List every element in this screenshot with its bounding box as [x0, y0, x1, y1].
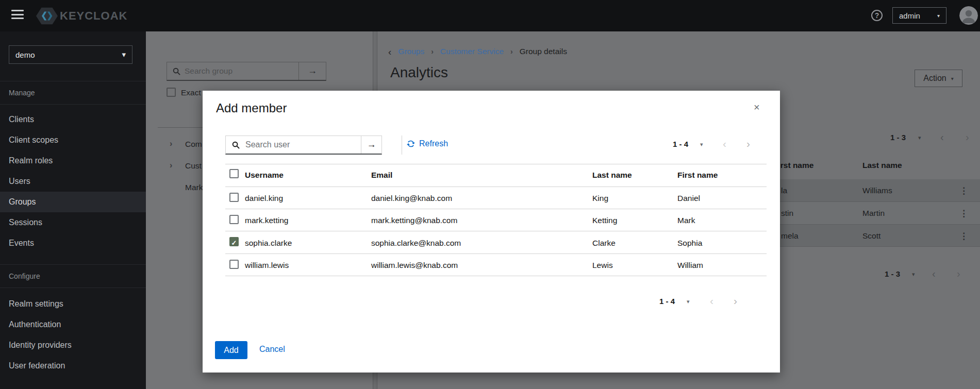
pagination-options-caret-icon[interactable]: ▾ [700, 141, 703, 148]
cell-last-name: Clarke [592, 239, 616, 248]
exact-search-label: Exact [181, 88, 201, 97]
cell-first-name: William [677, 261, 703, 270]
user-menu-dropdown[interactable]: admin ▾ [892, 7, 946, 24]
pagination-next-icon[interactable]: › [746, 139, 750, 148]
row-checkbox[interactable] [229, 215, 239, 224]
modal-close-icon[interactable]: × [754, 102, 760, 112]
pagination-options-caret-icon[interactable]: ▾ [912, 271, 915, 278]
breadcrumb-current: Group details [520, 47, 567, 56]
realm-selector-value: demo [15, 50, 35, 59]
search-group-box: Search group → [167, 62, 326, 81]
breadcrumb: ‹ Groups › Customer Service › Group deta… [388, 47, 567, 56]
table-border [225, 276, 767, 276]
chevron-down-icon: ▾ [122, 50, 126, 59]
cell-last-name: Lewis [592, 261, 613, 270]
table-border [225, 164, 767, 164]
sidebar-item-groups[interactable]: Groups [0, 192, 146, 212]
members-pagination-range: 1 - 3 [885, 269, 900, 278]
refresh-label: Refresh [419, 139, 448, 148]
pagination-options-caret-icon[interactable]: ▾ [687, 298, 690, 305]
row-kebab-menu-icon[interactable]: ⋮ [959, 232, 968, 241]
sidebar-item-identity-providers[interactable]: Identity providers [0, 335, 146, 356]
cell-last-name: Ketting [592, 216, 617, 225]
row-checkbox[interactable] [229, 193, 239, 202]
member-first-name: mela [781, 231, 799, 241]
member-first-name: stin [781, 209, 793, 218]
sidebar-item-sessions[interactable]: Sessions [0, 212, 146, 233]
search-group-input[interactable]: Search group [185, 66, 232, 76]
sidebar-item-clients[interactable]: Clients [0, 109, 146, 130]
help-icon[interactable]: ? [871, 10, 883, 21]
pagination-prev-icon[interactable]: ‹ [710, 296, 713, 306]
realm-selector[interactable]: demo ▾ [9, 45, 132, 64]
pagination-prev-icon[interactable]: ‹ [940, 132, 944, 142]
breadcrumb-groups-link[interactable]: Groups [398, 47, 424, 56]
toolbar-divider [402, 136, 402, 155]
select-all-checkbox[interactable] [229, 169, 239, 178]
keycloak-admin-console: KEYCLOAK ? admin ▾ demo ▾ Manage Clients… [0, 0, 980, 389]
add-button[interactable]: Add [215, 341, 247, 359]
keycloak-logo[interactable]: KEYCLOAK [36, 5, 127, 27]
column-header-first-name: First name [677, 171, 718, 180]
tree-chevron-right-icon[interactable]: › [170, 161, 172, 170]
sidebar-item-realm-roles[interactable]: Realm roles [0, 150, 146, 171]
keycloak-logo-text: KEYCLOAK [60, 9, 127, 23]
modal-title: Add member [216, 101, 287, 115]
column-header-username: Username [245, 171, 284, 180]
sidebar-item-client-scopes[interactable]: Client scopes [0, 130, 146, 150]
sidebar-item-users[interactable]: Users [0, 171, 146, 192]
pagination-prev-icon[interactable]: ‹ [932, 269, 936, 278]
cell-email: mark.ketting@knab.com [371, 216, 457, 225]
cell-username: daniel.king [245, 194, 283, 203]
cell-email: william.lewis@knab.com [371, 261, 458, 270]
cell-first-name: Daniel [677, 194, 700, 203]
member-first-name: la [781, 186, 787, 195]
cell-first-name: Mark [677, 216, 695, 225]
pagination-options-caret-icon[interactable]: ▾ [918, 134, 921, 141]
table-border [225, 231, 767, 231]
pagination-next-icon[interactable]: › [957, 269, 960, 278]
member-last-name: Williams [862, 186, 892, 195]
refresh-icon [407, 140, 415, 148]
sidebar-item-events[interactable]: Events [0, 233, 146, 253]
user-menu-label: admin [899, 11, 920, 20]
search-submit-button[interactable]: → [298, 62, 326, 80]
breadcrumb-back-icon[interactable]: ‹ [388, 48, 391, 56]
sidebar-item-user-federation[interactable]: User federation [0, 356, 146, 376]
tree-item-group-2[interactable]: Cust [185, 161, 202, 171]
page-title: Analytics [390, 64, 448, 81]
table-border [225, 253, 767, 254]
cell-username: william.lewis [245, 261, 289, 270]
breadcrumb-customer-service-link[interactable]: Customer Service [440, 47, 504, 56]
sidebar-item-authentication[interactable]: Authentication [0, 314, 146, 335]
tree-chevron-right-icon[interactable]: › [170, 139, 172, 148]
masthead: KEYCLOAK ? admin ▾ [0, 0, 980, 31]
cell-email: sophia.clarke@knab.com [371, 239, 461, 248]
search-user-input[interactable] [244, 140, 361, 150]
action-dropdown-label: Action [923, 74, 946, 83]
pagination-prev-icon[interactable]: ‹ [723, 139, 726, 148]
sidebar-nav: demo ▾ Manage Clients Client scopes Real… [0, 31, 146, 389]
search-submit-button[interactable]: → [361, 136, 381, 154]
action-dropdown-button[interactable]: Action ▾ [915, 70, 962, 87]
members-pagination-range: 1 - 3 [890, 133, 906, 142]
pagination-next-icon[interactable]: › [734, 296, 737, 306]
exact-search-checkbox[interactable] [167, 88, 176, 99]
refresh-button[interactable]: Refresh [407, 139, 448, 148]
table-border [225, 187, 767, 187]
cell-first-name: Sophia [677, 239, 702, 248]
avatar[interactable] [959, 6, 978, 25]
tree-item-group-3[interactable]: Mark [185, 183, 203, 192]
sidebar-item-realm-settings[interactable]: Realm settings [0, 294, 146, 314]
chevron-right-icon: › [510, 47, 513, 56]
row-kebab-menu-icon[interactable]: ⋮ [959, 209, 968, 218]
cancel-button[interactable]: Cancel [259, 345, 285, 354]
member-last-name: Martin [862, 209, 885, 218]
tree-item-group-1[interactable]: Com [185, 140, 202, 149]
pagination-next-icon[interactable]: › [966, 132, 969, 142]
row-kebab-menu-icon[interactable]: ⋮ [959, 187, 968, 196]
cell-username: mark.ketting [245, 216, 288, 225]
row-checkbox-checked[interactable]: ✓ [229, 237, 239, 246]
row-checkbox[interactable] [229, 260, 239, 269]
hamburger-menu-icon[interactable] [11, 10, 24, 20]
